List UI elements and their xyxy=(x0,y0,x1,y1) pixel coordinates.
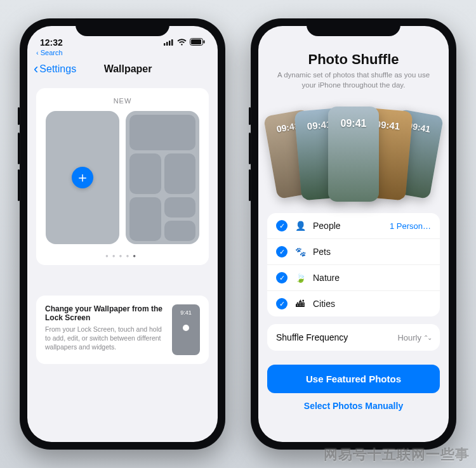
add-wallpaper-thumb[interactable]: ＋ xyxy=(46,111,119,244)
category-label: Pets xyxy=(313,247,331,257)
checkmark-icon: ✓ xyxy=(276,298,288,309)
widget-preview-thumb[interactable] xyxy=(126,111,199,244)
screen-photo-shuffle: Photo Shuffle A dynamic set of photos th… xyxy=(258,26,449,442)
sheet-title: Photo Shuffle xyxy=(272,51,435,68)
category-list: ✓ 👤 People 1 Person… ✓ 🐾 Pets ✓ 🍃 Nature… xyxy=(267,213,440,316)
wifi-icon xyxy=(177,37,187,48)
category-label: People xyxy=(313,221,341,231)
category-row-cities[interactable]: ✓ 🏙 Cities xyxy=(267,290,440,316)
navbar: ‹ Settings Wallpaper xyxy=(27,56,218,82)
shuffle-frequency-row[interactable]: Shuffle Frequency Hourly ⌃⌄ xyxy=(267,324,440,351)
frequency-label: Shuffle Frequency xyxy=(276,332,348,342)
checkmark-icon: ✓ xyxy=(276,246,288,257)
svg-rect-6 xyxy=(204,41,205,44)
category-row-nature[interactable]: ✓ 🍃 Nature xyxy=(267,264,440,290)
svg-rect-0 xyxy=(164,43,166,46)
checkmark-icon: ✓ xyxy=(276,220,288,231)
nature-icon: 🍃 xyxy=(295,273,305,283)
battery-icon xyxy=(190,37,205,48)
frequency-value: Hourly xyxy=(397,333,421,342)
signal-icon xyxy=(164,37,174,48)
cities-icon: 🏙 xyxy=(295,299,305,309)
notch xyxy=(76,18,169,36)
category-row-pets[interactable]: ✓ 🐾 Pets xyxy=(267,238,440,264)
svg-rect-1 xyxy=(166,42,168,46)
category-label: Cities xyxy=(313,299,335,309)
up-down-icon: ⌃⌄ xyxy=(423,334,431,341)
category-label: Nature xyxy=(313,273,340,283)
device-frame-right: Photo Shuffle A dynamic set of photos th… xyxy=(251,18,456,450)
page-title: Wallpaper xyxy=(44,63,211,75)
checkmark-icon: ✓ xyxy=(276,272,288,283)
sheet-subtitle: A dynamic set of photos that shuffle as … xyxy=(272,70,435,90)
wallpaper-card: NEW ＋ ●●●●● xyxy=(36,88,209,265)
device-frame-left: 12:32 ‹ Search ‹ Settings Wall xyxy=(20,18,225,450)
category-trailing[interactable]: 1 Person… xyxy=(390,221,431,231)
tip-lockscreen-preview: 9:41 xyxy=(172,304,200,355)
screen-wallpaper-settings: 12:32 ‹ Search ‹ Settings Wall xyxy=(27,26,218,442)
select-photos-manually-button[interactable]: Select Photos Manually xyxy=(267,393,440,419)
tip-card: Change your Wallpaper from the Lock Scre… xyxy=(36,296,209,364)
new-label: NEW xyxy=(43,97,202,105)
watermark: 网易号十五联网一些事 xyxy=(324,445,470,464)
tip-heading: Change your Wallpaper from the Lock Scre… xyxy=(45,304,164,322)
pets-icon: 🐾 xyxy=(295,247,305,257)
status-time: 12:32 xyxy=(40,37,63,48)
widget-grid-preview xyxy=(129,115,195,240)
svg-rect-2 xyxy=(169,41,171,46)
category-row-people[interactable]: ✓ 👤 People 1 Person… xyxy=(267,213,440,238)
svg-rect-3 xyxy=(171,39,173,46)
page-indicator[interactable]: ●●●●● xyxy=(43,253,202,259)
chevron-left-icon: ‹ xyxy=(36,49,39,56)
notch xyxy=(307,18,400,36)
preview-thumb: 09:41 xyxy=(328,107,379,202)
tip-body: From your Lock Screen, touch and hold to… xyxy=(45,325,164,352)
person-icon: 👤 xyxy=(295,221,305,231)
use-featured-photos-button[interactable]: Use Featured Photos xyxy=(267,365,440,393)
plus-icon: ＋ xyxy=(72,167,93,188)
svg-rect-5 xyxy=(191,39,201,44)
wallpaper-fan-preview: 09:41 09:41 09:41 09:41 09:41 xyxy=(258,99,449,207)
breadcrumb[interactable]: ‹ Search xyxy=(27,49,218,56)
